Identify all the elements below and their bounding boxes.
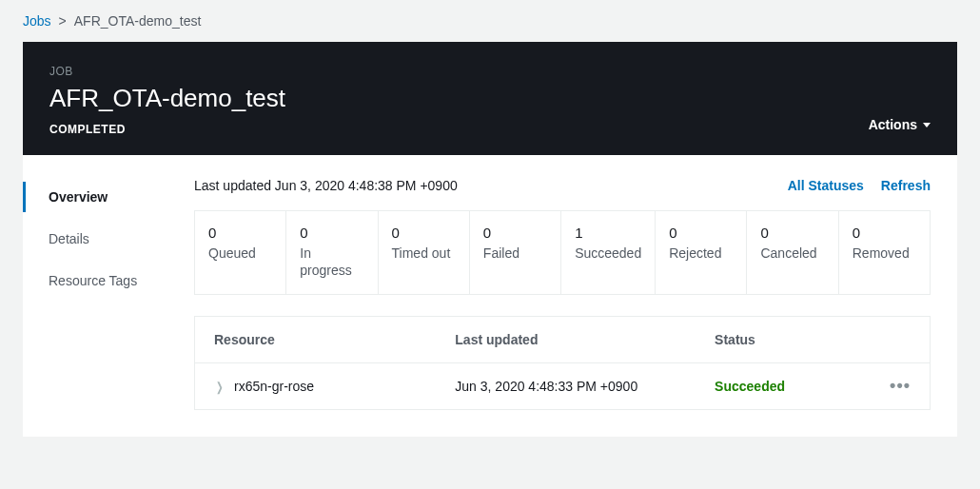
last-updated-text: Last updated Jun 3, 2020 4:48:38 PM +090…: [194, 178, 458, 193]
stat-succeeded: 1 Succeeded: [561, 211, 656, 294]
caret-down-icon: [923, 123, 931, 127]
job-header: JOB AFR_OTA-demo_test COMPLETED Actions: [23, 42, 957, 155]
stat-failed: 0 Failed: [470, 211, 561, 294]
stat-value: 1: [575, 225, 641, 241]
stat-value: 0: [300, 225, 363, 241]
breadcrumb-root-link[interactable]: Jobs: [23, 13, 51, 29]
table-header-row: Resource Last updated Status: [195, 317, 930, 363]
sidenav-item-overview[interactable]: Overview: [23, 182, 194, 212]
refresh-link[interactable]: Refresh: [881, 178, 931, 193]
stat-value: 0: [483, 225, 547, 241]
side-nav: Overview Details Resource Tags: [23, 178, 194, 410]
stat-value: 0: [208, 225, 272, 241]
stat-canceled: 0 Canceled: [747, 211, 838, 294]
actions-label: Actions: [869, 117, 917, 132]
overview-panel: Last updated Jun 3, 2020 4:48:38 PM +090…: [194, 178, 931, 410]
stat-in-progress: 0 In progress: [286, 211, 378, 294]
breadcrumb: Jobs > AFR_OTA-demo_test: [0, 0, 980, 38]
job-status-badge: COMPLETED: [49, 123, 285, 136]
page-title: AFR_OTA-demo_test: [49, 84, 285, 113]
all-statuses-link[interactable]: All Statuses: [788, 178, 864, 193]
sidenav-item-details[interactable]: Details: [23, 224, 194, 254]
chevron-right-icon[interactable]: ❯: [216, 380, 224, 394]
resource-name: rx65n-gr-rose: [234, 379, 314, 394]
row-last-updated: Jun 3, 2020 4:48:33 PM +0900: [455, 379, 715, 394]
table-row[interactable]: ❯ rx65n-gr-rose Jun 3, 2020 4:48:33 PM +…: [195, 363, 930, 409]
col-header-resource: Resource: [214, 332, 455, 347]
stat-label: Succeeded: [575, 244, 641, 279]
stat-value: 0: [392, 225, 456, 241]
breadcrumb-current: AFR_OTA-demo_test: [74, 13, 202, 29]
breadcrumb-separator-icon: >: [59, 13, 67, 29]
stat-timed-out: 0 Timed out: [379, 211, 470, 294]
stat-label: Failed: [483, 244, 547, 279]
stat-label: Queued: [208, 244, 272, 279]
stat-value: 0: [853, 225, 916, 241]
col-header-last-updated: Last updated: [455, 332, 715, 347]
stat-label: In progress: [300, 244, 363, 279]
header-eyebrow: JOB: [49, 65, 285, 78]
stat-value: 0: [669, 225, 733, 241]
row-status: Succeeded: [715, 379, 863, 394]
resources-table: Resource Last updated Status ❯ rx65n-gr-…: [194, 316, 931, 410]
col-header-status: Status: [715, 332, 863, 347]
stat-rejected: 0 Rejected: [656, 211, 747, 294]
stat-removed: 0 Removed: [839, 211, 930, 294]
status-counters: 0 Queued 0 In progress 0 Timed out 0 Fai…: [194, 210, 931, 295]
stat-value: 0: [760, 225, 824, 241]
stat-label: Rejected: [669, 244, 733, 279]
stat-label: Canceled: [760, 244, 824, 279]
stat-queued: 0 Queued: [195, 211, 286, 294]
row-actions-menu-icon[interactable]: •••: [890, 376, 911, 395]
stat-label: Timed out: [392, 244, 456, 279]
sidenav-item-resource-tags[interactable]: Resource Tags: [23, 265, 194, 296]
stat-label: Removed: [853, 244, 916, 279]
actions-dropdown-button[interactable]: Actions: [869, 117, 931, 136]
